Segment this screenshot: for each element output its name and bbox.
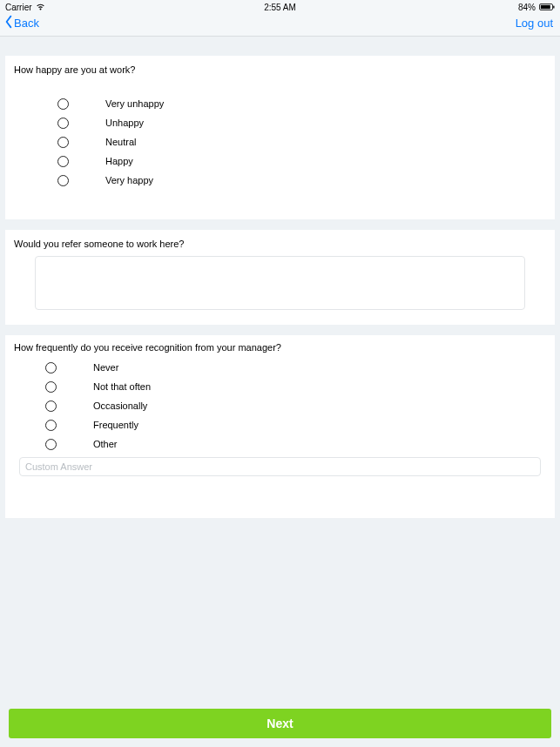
option-label: Neutral [105,137,136,147]
battery-percent: 84% [518,3,536,12]
radio-option[interactable]: Neutral [57,132,546,151]
question-card-3: How frequently do you receive recognitio… [5,335,555,518]
radio-option[interactable]: Other [45,434,546,454]
radio-icon [57,156,69,167]
radio-option[interactable]: Very happy [57,171,546,190]
radio-icon [57,137,69,148]
radio-icon [45,420,57,431]
option-label: Frequently [93,420,138,430]
radio-option[interactable]: Not that often [45,377,546,396]
back-label: Back [14,17,39,30]
option-label: Other [93,439,118,449]
battery-icon [539,3,555,10]
radio-option[interactable]: Very unhappy [57,94,546,113]
option-label: Very happy [105,175,153,185]
clock-time: 2:55 AM [264,3,296,12]
custom-answer-input[interactable] [19,457,541,476]
svg-rect-2 [553,6,554,9]
q1-options: Very unhappy Unhappy Neutral Happy Very … [14,94,546,190]
radio-option[interactable]: Occasionally [45,396,546,415]
option-label: Not that often [93,381,151,392]
question-card-2: Would you refer someone to work here? [5,230,555,325]
radio-option[interactable]: Happy [57,151,546,171]
survey-content: How happy are you at work? Very unhappy … [0,56,560,518]
radio-icon [45,439,57,450]
question-card-1: How happy are you at work? Very unhappy … [5,56,555,219]
next-button[interactable]: Next [9,709,551,738]
radio-icon [45,400,57,412]
logout-button[interactable]: Log out [516,17,553,30]
carrier-label: Carrier [5,3,32,12]
free-text-input[interactable] [35,256,525,310]
radio-icon [57,98,69,110]
radio-option[interactable]: Frequently [45,415,546,434]
radio-option[interactable]: Never [45,358,546,377]
status-bar: Carrier 2:55 AM 84% [0,0,560,14]
radio-icon [57,118,69,129]
question-text: How frequently do you receive recognitio… [14,342,546,353]
radio-icon [45,362,57,374]
q3-options: Never Not that often Occasionally Freque… [14,358,546,454]
option-label: Occasionally [93,400,147,411]
back-button[interactable]: Back [3,15,39,31]
svg-rect-1 [541,5,550,9]
wifi-icon [36,3,45,10]
radio-option[interactable]: Unhappy [57,113,546,132]
question-text: How happy are you at work? [14,64,546,75]
nav-bar: Back Log out [0,14,560,37]
radio-icon [45,381,57,393]
question-text: Would you refer someone to work here? [14,239,546,249]
chevron-left-icon [3,15,14,31]
option-label: Never [93,362,118,373]
radio-icon [57,175,69,186]
option-label: Very unhappy [105,98,164,109]
option-label: Unhappy [105,118,144,128]
option-label: Happy [105,156,133,166]
